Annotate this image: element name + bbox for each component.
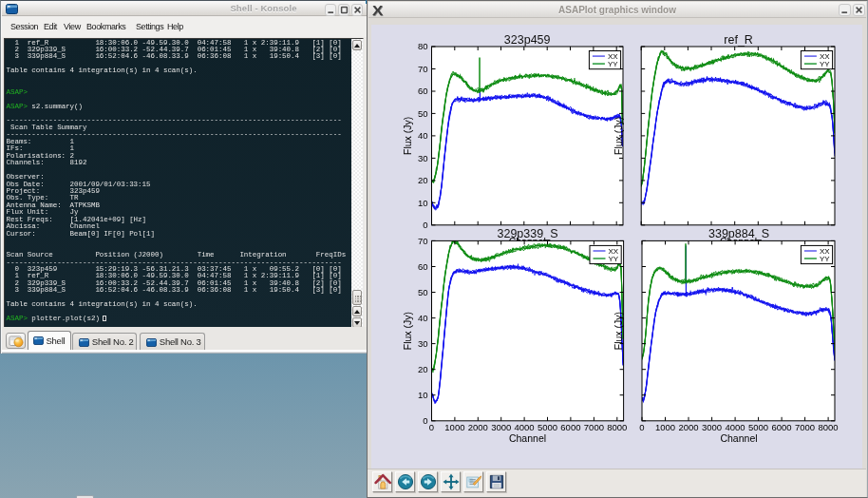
svg-text:40: 40 — [418, 130, 428, 141]
svg-text:60: 60 — [418, 86, 428, 96]
svg-text:0: 0 — [639, 422, 644, 432]
svg-text:0: 0 — [423, 415, 427, 426]
svg-text:2000: 2000 — [468, 422, 488, 432]
svg-text:7000: 7000 — [584, 422, 604, 432]
svg-text:20: 20 — [418, 364, 428, 374]
svg-text:60: 60 — [418, 261, 428, 272]
svg-text:50: 50 — [418, 108, 428, 119]
svg-text:8000: 8000 — [819, 422, 839, 432]
svg-text:5000: 5000 — [538, 422, 557, 432]
svg-text:7000: 7000 — [795, 422, 815, 432]
svg-text:YY: YY — [608, 60, 618, 68]
svg-text:8000: 8000 — [607, 422, 627, 432]
svg-text:3000: 3000 — [491, 422, 511, 432]
svg-text:80: 80 — [418, 41, 428, 51]
svg-text:4000: 4000 — [515, 422, 535, 432]
svg-text:329p339_S: 329p339_S — [498, 227, 558, 240]
svg-text:40: 40 — [418, 313, 428, 323]
svg-text:Flux (Jy): Flux (Jy) — [402, 312, 413, 350]
svg-text:50: 50 — [418, 287, 428, 297]
svg-text:Channel: Channel — [509, 432, 546, 444]
svg-text:6000: 6000 — [560, 422, 580, 432]
svg-text:4000: 4000 — [726, 422, 745, 432]
svg-text:339p884_S: 339p884_S — [708, 227, 769, 240]
svg-text:30: 30 — [418, 338, 428, 349]
svg-text:Flux (Jy): Flux (Jy) — [613, 312, 625, 350]
svg-text:323p459: 323p459 — [504, 33, 551, 47]
svg-text:Flux (Jy): Flux (Jy) — [613, 117, 625, 155]
svg-text:10: 10 — [418, 198, 428, 208]
svg-text:30: 30 — [418, 153, 428, 163]
svg-text:ref_R: ref_R — [724, 33, 753, 47]
svg-text:6000: 6000 — [772, 422, 792, 432]
svg-text:0: 0 — [423, 220, 427, 230]
svg-text:20: 20 — [418, 175, 428, 185]
svg-text:YY: YY — [820, 60, 830, 68]
svg-text:YY: YY — [609, 255, 619, 263]
svg-text:5000: 5000 — [748, 422, 768, 432]
svg-text:10: 10 — [418, 390, 428, 400]
svg-text:70: 70 — [418, 64, 428, 74]
svg-text:70: 70 — [418, 236, 428, 246]
svg-text:YY: YY — [820, 255, 830, 263]
svg-text:0: 0 — [429, 422, 434, 432]
svg-text:1000: 1000 — [444, 422, 464, 432]
svg-text:3000: 3000 — [702, 422, 722, 432]
svg-text:Channel: Channel — [720, 432, 757, 444]
svg-text:1000: 1000 — [655, 422, 675, 432]
svg-text:Flux (Jy): Flux (Jy) — [402, 117, 413, 155]
svg-text:2000: 2000 — [678, 422, 698, 432]
